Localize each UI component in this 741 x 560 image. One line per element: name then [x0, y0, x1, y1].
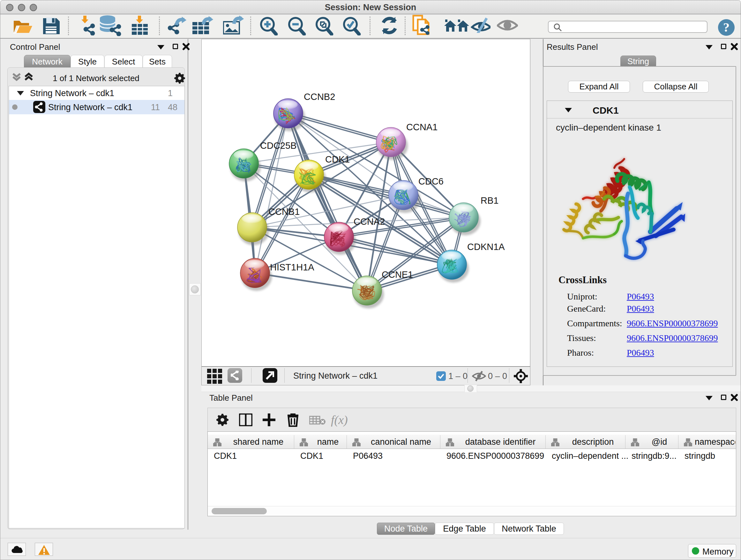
svg-text:CCNB1: CCNB1 — [268, 206, 300, 217]
svg-text:HIST1H1A: HIST1H1A — [270, 262, 314, 272]
svg-text:CDC6: CDC6 — [418, 176, 444, 186]
svg-text:?: ? — [723, 20, 730, 35]
svg-text:RB1: RB1 — [481, 195, 498, 206]
svg-text:CCNE1: CCNE1 — [382, 269, 413, 280]
svg-text:CDC25B: CDC25B — [260, 140, 296, 151]
svg-text:CCNA2: CCNA2 — [354, 216, 385, 227]
svg-text:CDKN1A: CDKN1A — [467, 242, 505, 252]
svg-text:CCNA1: CCNA1 — [406, 122, 437, 132]
svg-text:CDK1: CDK1 — [325, 154, 350, 165]
svg-text:CCNB2: CCNB2 — [304, 91, 335, 102]
